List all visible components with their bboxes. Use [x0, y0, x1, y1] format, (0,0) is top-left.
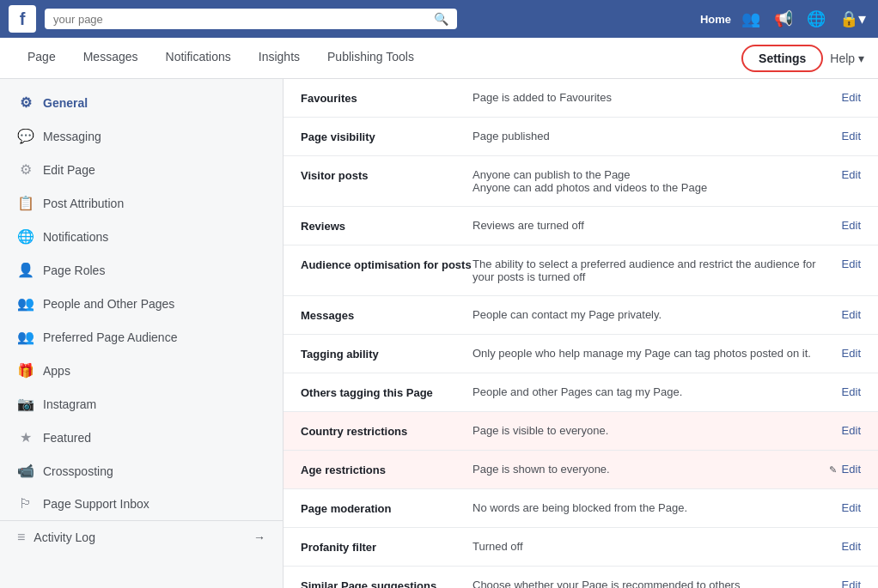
edit-link[interactable]: Edit	[825, 308, 861, 321]
row-label: Tagging ability	[301, 347, 473, 361]
navbar: Page Messages Notifications Insights Pub…	[0, 38, 878, 79]
settings-row: Audience optimisation for postsThe abili…	[284, 246, 878, 296]
settings-row: Profanity filterTurned offEdit	[284, 528, 878, 567]
instagram-icon: 📷	[17, 396, 34, 412]
sidebar-item-post-attribution[interactable]: 📋 Post Attribution	[0, 186, 283, 220]
row-value: Only people who help manage my Page can …	[473, 347, 825, 360]
pencil-icon: ✎	[829, 464, 839, 475]
megaphone-icon[interactable]: 📢	[771, 6, 796, 32]
sidebar-item-apps[interactable]: 🎁 Apps	[0, 354, 283, 387]
notifications-icon: 🌐	[17, 228, 34, 245]
sidebar-label-apps: Apps	[43, 364, 70, 378]
edit-link[interactable]: Edit	[825, 424, 861, 437]
search-bar[interactable]: 🔍	[45, 9, 457, 29]
sidebar-label-instagram: Instagram	[43, 397, 96, 411]
nav-insights[interactable]: Insights	[245, 38, 314, 78]
sidebar-label-crossposting: Crossposting	[43, 464, 113, 478]
activity-log-label: Activity Log	[34, 530, 95, 544]
row-label: Visitor posts	[301, 168, 473, 182]
activity-log-footer[interactable]: ≡ Activity Log →	[0, 520, 283, 554]
row-value: People and other Pages can tag my Page.	[473, 385, 825, 398]
settings-row: Page moderationNo words are being blocke…	[284, 489, 878, 528]
settings-row: Age restrictionsPage is shown to everyon…	[284, 451, 878, 489]
settings-row: Country restrictionsPage is visible to e…	[284, 412, 878, 451]
row-label: Similar Page suggestions	[301, 579, 473, 588]
row-label: Audience optimisation for posts	[301, 258, 473, 271]
person-icon: 👤	[17, 262, 34, 278]
edit-link[interactable]: Edit	[825, 579, 861, 588]
sidebar: ⚙ General 💬 Messaging ⚙ Edit Page 📋 Post…	[0, 79, 284, 588]
audience-icon: 👥	[17, 329, 34, 345]
lock-icon[interactable]: 🔒▾	[836, 6, 869, 32]
edit-link[interactable]: Edit	[825, 501, 861, 514]
nav-messages[interactable]: Messages	[70, 38, 152, 78]
row-label: Messages	[301, 308, 473, 322]
sidebar-item-messaging[interactable]: 💬 Messaging	[0, 119, 283, 153]
main-layout: ⚙ General 💬 Messaging ⚙ Edit Page 📋 Post…	[0, 79, 878, 588]
edit-link[interactable]: Edit	[825, 540, 861, 553]
sidebar-item-page-roles[interactable]: 👤 Page Roles	[0, 253, 283, 287]
sidebar-item-edit-page[interactable]: ⚙ Edit Page	[0, 153, 283, 186]
edit-link[interactable]: ✎ Edit	[812, 463, 861, 476]
edit-link[interactable]: Edit	[825, 258, 861, 270]
sidebar-label-notifications: Notifications	[43, 230, 108, 244]
sidebar-item-people-other-pages[interactable]: 👥 People and Other Pages	[0, 287, 283, 320]
sidebar-item-support-inbox[interactable]: 🏳 Page Support Inbox	[0, 488, 283, 520]
row-label: Reviews	[301, 219, 473, 233]
help-button[interactable]: Help ▾	[830, 52, 864, 65]
sidebar-label-preferred-audience: Preferred Page Audience	[43, 330, 177, 344]
row-label: Page visibility	[301, 130, 473, 143]
settings-row: Similar Page suggestionsChoose whether y…	[284, 567, 878, 588]
row-value: Choose whether your Page is recommended …	[473, 579, 825, 588]
row-label: Favourites	[301, 91, 473, 105]
edit-link[interactable]: Edit	[825, 219, 861, 232]
sidebar-item-featured[interactable]: ★ Featured	[0, 421, 283, 454]
edit-link[interactable]: Edit	[825, 347, 861, 360]
nav-publishing-tools[interactable]: Publishing Tools	[314, 38, 428, 78]
nav-page[interactable]: Page	[14, 38, 70, 78]
search-icon: 🔍	[434, 12, 448, 26]
settings-row: ReviewsReviews are turned offEdit	[284, 207, 878, 246]
sidebar-label-general: General	[43, 96, 88, 110]
home-link[interactable]: Home	[700, 13, 731, 26]
sidebar-item-notifications[interactable]: 🌐 Notifications	[0, 220, 283, 253]
settings-row: Tagging abilityOnly people who help mana…	[284, 335, 878, 373]
edit-link[interactable]: Edit	[825, 385, 861, 398]
edit-icon: ⚙	[17, 161, 34, 178]
sidebar-item-crossposting[interactable]: 📹 Crossposting	[0, 454, 283, 488]
row-label: Profanity filter	[301, 540, 473, 554]
topbar-right: Home 👥 📢 🌐 🔒▾	[700, 6, 869, 32]
nav-notifications[interactable]: Notifications	[152, 38, 245, 78]
row-label: Page moderation	[301, 501, 473, 515]
row-label: Country restrictions	[301, 424, 473, 438]
settings-button[interactable]: Settings	[741, 45, 823, 72]
attribution-icon: 📋	[17, 195, 34, 211]
settings-row: MessagesPeople can contact my Page priva…	[284, 296, 878, 335]
friends-icon[interactable]: 👥	[738, 6, 764, 32]
edit-link[interactable]: Edit	[825, 130, 861, 142]
star-icon: ★	[17, 429, 34, 446]
activity-log-arrow: →	[253, 530, 265, 544]
sidebar-item-general[interactable]: ⚙ General	[0, 86, 283, 119]
row-value: Page is visible to everyone.	[473, 424, 825, 437]
sidebar-label-people-other-pages: People and Other Pages	[43, 297, 174, 311]
edit-link[interactable]: Edit	[825, 168, 861, 181]
search-input[interactable]	[53, 13, 429, 26]
sidebar-item-instagram[interactable]: 📷 Instagram	[0, 387, 283, 421]
navbar-right: Settings Help ▾	[741, 45, 864, 72]
row-value: Anyone can publish to the PageAnyone can…	[473, 168, 825, 194]
people-icon: 👥	[17, 295, 34, 312]
apps-icon: 🎁	[17, 362, 34, 379]
sidebar-item-preferred-audience[interactable]: 👥 Preferred Page Audience	[0, 320, 283, 354]
edit-link[interactable]: Edit	[825, 91, 861, 104]
settings-row: Visitor postsAnyone can publish to the P…	[284, 156, 878, 207]
gear-icon: ⚙	[17, 94, 34, 111]
flag-icon: 🏳	[17, 496, 34, 512]
globe-icon[interactable]: 🌐	[803, 6, 829, 32]
row-value: People can contact my Page privately.	[473, 308, 825, 321]
row-value: Turned off	[473, 540, 825, 553]
row-label: Others tagging this Page	[301, 385, 473, 399]
settings-row: Page visibilityPage publishedEdit	[284, 118, 878, 156]
row-value: The ability to select a preferred audien…	[473, 258, 825, 283]
video-icon: 📹	[17, 463, 34, 479]
